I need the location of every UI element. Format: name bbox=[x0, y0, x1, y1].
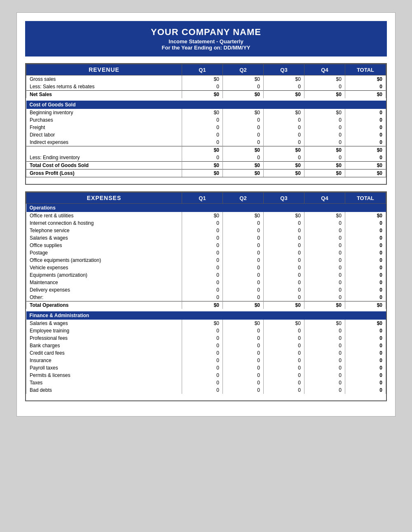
employee-training-row: Employee training 0 0 0 0 0 bbox=[26, 327, 386, 334]
cogs-subtotal-row: $0 $0 $0 $0 $0 bbox=[26, 146, 386, 154]
gross-sales-q4: $0 bbox=[304, 75, 345, 83]
insurance-row: Insurance 0 0 0 0 0 bbox=[26, 357, 386, 364]
page: YOUR COMPANY NAME Income Statement - Qua… bbox=[16, 12, 396, 417]
expenses-col-q4: Q4 bbox=[304, 193, 345, 204]
vehicle-expenses-row: Vehicle expenses 0 0 0 0 0 bbox=[26, 264, 386, 271]
sales-returns-q2: 0 bbox=[223, 83, 264, 91]
report-header: YOUR COMPANY NAME Income Statement - Qua… bbox=[25, 21, 387, 56]
expenses-header-row: EXPENSES Q1 Q2 Q3 Q4 TOTAL bbox=[26, 193, 386, 204]
revenue-table: REVENUE Q1 Q2 Q3 Q4 TOTAL Gross sales $0… bbox=[26, 64, 386, 177]
net-sales-q1: $0 bbox=[182, 91, 223, 99]
bank-charges-row: Bank charges 0 0 0 0 0 bbox=[26, 342, 386, 349]
cogs-beg-inv-label: Beginning inventory bbox=[26, 109, 182, 116]
expenses-section-label: EXPENSES bbox=[26, 193, 182, 204]
payroll-taxes-row: Payroll taxes 0 0 0 0 0 bbox=[26, 364, 386, 372]
gross-sales-q1: $0 bbox=[182, 75, 223, 83]
expenses-col-q3: Q3 bbox=[263, 193, 304, 204]
net-sales-q3: $0 bbox=[263, 91, 304, 99]
maintenance-row: Maintenance 0 0 0 0 0 bbox=[26, 279, 386, 286]
net-sales-q2: $0 bbox=[223, 91, 264, 99]
revenue-section-label: REVENUE bbox=[26, 64, 182, 75]
cogs-purchases-row: Purchases 0 0 0 0 0 bbox=[26, 116, 386, 124]
expenses-section: EXPENSES Q1 Q2 Q3 Q4 TOTAL Operations Of… bbox=[25, 191, 387, 401]
expenses-col-total: TOTAL bbox=[345, 193, 386, 204]
less-ending-inv-row: Less: Ending inventory 0 0 0 0 0 bbox=[26, 154, 386, 162]
expenses-table: EXPENSES Q1 Q2 Q3 Q4 TOTAL Operations Of… bbox=[26, 192, 386, 394]
revenue-col-q2: Q2 bbox=[223, 64, 264, 75]
cogs-header-row: Cost of Goods Sold bbox=[26, 101, 386, 109]
finance-label: Finance & Administration bbox=[26, 311, 386, 320]
gross-profit-row: Gross Profit (Loss) $0 $0 $0 $0 $0 bbox=[26, 169, 386, 177]
internet-row: Internet connection & hosting 0 0 0 0 0 bbox=[26, 219, 386, 227]
cogs-freight-row: Freight 0 0 0 0 0 bbox=[26, 124, 386, 131]
cogs-beg-inv-q2: $0 bbox=[223, 109, 264, 116]
finance-header-row: Finance & Administration bbox=[26, 311, 386, 320]
gross-sales-row: Gross sales $0 $0 $0 $0 $0 bbox=[26, 75, 386, 83]
cogs-section-label: Cost of Goods Sold bbox=[26, 101, 386, 109]
gross-sales-label: Gross sales bbox=[26, 75, 182, 83]
sales-returns-q1: 0 bbox=[182, 83, 223, 91]
cogs-beg-inv-total: 0 bbox=[345, 109, 386, 116]
cogs-beg-inv-row: Beginning inventory $0 $0 $0 $0 0 bbox=[26, 109, 386, 116]
cogs-purchases-label: Purchases bbox=[26, 116, 182, 124]
gross-sales-q2: $0 bbox=[223, 75, 264, 83]
net-sales-q4: $0 bbox=[304, 91, 345, 99]
gross-sales-total: $0 bbox=[345, 75, 386, 83]
cogs-direct-labor-row: Direct labor 0 0 0 0 0 bbox=[26, 131, 386, 139]
sales-returns-row: Less: Sales returns & rebates 0 0 0 0 0 bbox=[26, 83, 386, 91]
revenue-col-total: TOTAL bbox=[345, 64, 386, 75]
sales-returns-q3: 0 bbox=[263, 83, 304, 91]
bad-debts-row: Bad debts 0 0 0 0 0 bbox=[26, 386, 386, 394]
cogs-beg-inv-q3: $0 bbox=[263, 109, 304, 116]
revenue-col-q1: Q1 bbox=[182, 64, 223, 75]
salaries-wages-ops-row: Salaries & wages 0 0 0 0 0 bbox=[26, 234, 386, 242]
net-sales-row: Net Sales $0 $0 $0 $0 $0 bbox=[26, 91, 386, 99]
net-sales-total: $0 bbox=[345, 91, 386, 99]
expenses-col-q2: Q2 bbox=[223, 193, 264, 204]
professional-fees-row: Professional fees 0 0 0 0 0 bbox=[26, 334, 386, 342]
gross-sales-q3: $0 bbox=[263, 75, 304, 83]
postage-row: Postage 0 0 0 0 0 bbox=[26, 249, 386, 257]
report-subtitle: Income Statement - Quarterly bbox=[29, 38, 383, 45]
net-sales-label: Net Sales bbox=[26, 91, 182, 99]
credit-card-fees-row: Credit card fees 0 0 0 0 0 bbox=[26, 349, 386, 357]
equip-amort-row: Equipments (amortization) 0 0 0 0 0 bbox=[26, 271, 386, 279]
sales-returns-q4: 0 bbox=[304, 83, 345, 91]
permits-licenses-row: Permits & licenses 0 0 0 0 0 bbox=[26, 372, 386, 379]
taxes-row: Taxes 0 0 0 0 0 bbox=[26, 379, 386, 386]
report-period: For the Year Ending on: DD/MM/YY bbox=[29, 45, 383, 51]
sales-returns-label: Less: Sales returns & rebates bbox=[26, 83, 182, 91]
cogs-indirect-row: Indirect expenses 0 0 0 0 0 bbox=[26, 139, 386, 146]
revenue-section: REVENUE Q1 Q2 Q3 Q4 TOTAL Gross sales $0… bbox=[25, 63, 387, 185]
operations-label: Operations bbox=[26, 204, 386, 212]
expenses-col-q1: Q1 bbox=[182, 193, 223, 204]
sales-returns-total: 0 bbox=[345, 83, 386, 91]
total-cogs-row: Total Cost of Goods Sold $0 $0 $0 $0 $0 bbox=[26, 162, 386, 169]
office-supplies-row: Office supplies 0 0 0 0 0 bbox=[26, 242, 386, 249]
cogs-beg-inv-q1: $0 bbox=[182, 109, 223, 116]
revenue-col-q4: Q4 bbox=[304, 64, 345, 75]
other-row: Other: 0 0 0 0 0 bbox=[26, 294, 386, 301]
total-operations-row: Total Operations $0 $0 $0 $0 $0 bbox=[26, 301, 386, 309]
revenue-col-q3: Q3 bbox=[263, 64, 304, 75]
company-name: YOUR COMPANY NAME bbox=[29, 27, 383, 38]
cogs-beg-inv-q4: $0 bbox=[304, 109, 345, 116]
fin-salaries-row: Salaries & wages $0 $0 $0 $0 $0 bbox=[26, 320, 386, 327]
revenue-header-row: REVENUE Q1 Q2 Q3 Q4 TOTAL bbox=[26, 64, 386, 75]
office-rent-row: Office rent & utilities $0 $0 $0 $0 $0 bbox=[26, 212, 386, 219]
delivery-expenses-row: Delivery expenses 0 0 0 0 0 bbox=[26, 286, 386, 294]
office-equip-row: Office equipments (amortization) 0 0 0 0… bbox=[26, 257, 386, 264]
telephone-row: Telephone service 0 0 0 0 0 bbox=[26, 227, 386, 234]
operations-header-row: Operations bbox=[26, 204, 386, 212]
